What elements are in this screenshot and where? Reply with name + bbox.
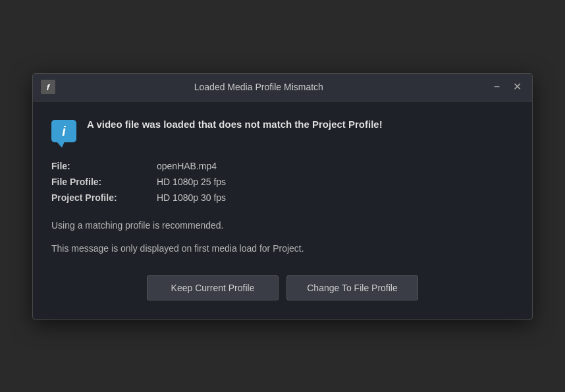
app-icon: f (41, 80, 55, 94)
dialog-content: i A video file was loaded that does not … (33, 101, 532, 319)
project-profile-value: HD 1080p 30 fps (157, 192, 226, 203)
keep-current-profile-button[interactable]: Keep Current Profile (147, 275, 279, 300)
file-label: File: (51, 161, 157, 171)
recommendation-text: Using a matching profile is recommended. (51, 219, 514, 233)
dialog-window: f Loaded Media Profile Mismatch − ✕ i A … (32, 73, 533, 320)
project-profile-label: Project Profile: (51, 192, 157, 203)
info-icon: i (51, 120, 76, 142)
button-row: Keep Current Profile Change To File Prof… (51, 275, 514, 300)
details-section: File: openHAB.mp4 File Profile: HD 1080p… (51, 161, 514, 203)
project-profile-row: Project Profile: HD 1080p 30 fps (51, 192, 514, 203)
window-title: Loaded Media Profile Mismatch (55, 82, 462, 92)
window-controls: − ✕ (491, 80, 524, 94)
file-row: File: openHAB.mp4 (51, 161, 514, 171)
file-value: openHAB.mp4 (157, 161, 217, 171)
close-button[interactable]: ✕ (510, 80, 524, 94)
titlebar: f Loaded Media Profile Mismatch − ✕ (33, 74, 532, 101)
alert-row: i A video file was loaded that does not … (51, 117, 514, 142)
change-to-file-profile-button[interactable]: Change To File Profile (286, 275, 418, 300)
file-profile-row: File Profile: HD 1080p 25 fps (51, 177, 514, 187)
minimize-button[interactable]: − (491, 80, 502, 94)
file-profile-label: File Profile: (51, 177, 157, 187)
alert-message: A video file was loaded that does not ma… (87, 117, 383, 131)
file-profile-value: HD 1080p 25 fps (157, 177, 226, 187)
note-text: This message is only displayed on first … (51, 242, 514, 256)
